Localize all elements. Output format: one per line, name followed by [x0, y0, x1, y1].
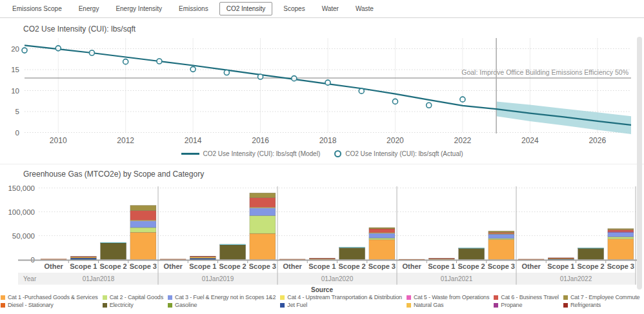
color-swatch-icon	[168, 295, 172, 300]
y-tick-label: 20	[11, 45, 19, 53]
bar-segment[interactable]	[369, 240, 395, 260]
bar-segment[interactable]	[309, 259, 335, 259]
legend-item: CO2 Use Intensity (CUI): lbs/sqft (Model…	[181, 150, 321, 157]
actual-point[interactable]	[22, 48, 27, 53]
tab-emissions[interactable]: Emissions	[170, 2, 217, 15]
vertical-scrollbar[interactable]	[637, 37, 642, 289]
bar-segment[interactable]	[130, 228, 156, 232]
category-label: Scope 2	[100, 262, 127, 270]
bar-segment[interactable]	[488, 231, 514, 232]
source-legend-label: Cat 6 - Business Travel	[501, 294, 559, 300]
group-year-label: 01Jan2018	[83, 275, 115, 282]
bar-segment[interactable]	[101, 243, 126, 260]
source-legend-item: Refrigerants	[563, 302, 639, 308]
category-label: Scope 2	[578, 262, 605, 270]
bar-segment[interactable]	[578, 248, 604, 260]
cui-line-chart[interactable]: 05101520Goal: Improve Office Building Em…	[0, 35, 644, 146]
bar-segment[interactable]	[369, 233, 395, 238]
source-legend-label: Jet Fuel	[287, 302, 307, 308]
tab-scopes[interactable]: Scopes	[275, 2, 313, 15]
category-label: Scope 2	[219, 262, 247, 270]
y-tick-label: 0	[15, 129, 19, 137]
category-label: Other	[283, 262, 302, 270]
actual-point[interactable]	[359, 88, 364, 93]
tab-waste[interactable]: Waste	[347, 2, 382, 15]
bar-segment[interactable]	[608, 230, 634, 231]
bar-segment[interactable]	[250, 208, 276, 216]
y-tick-label: 5	[15, 108, 19, 115]
tab-emissions-scope[interactable]: Emissions Scope	[4, 2, 70, 15]
bar-segment[interactable]	[608, 239, 634, 260]
tab-co2-intensity[interactable]: CO2 Intensity	[219, 2, 273, 15]
bar-segment[interactable]	[488, 234, 514, 239]
ghg-bar-chart[interactable]: 050,000100,000150,000YearOtherScope 1Sco…	[0, 181, 644, 288]
bar-segment[interactable]	[488, 239, 514, 259]
bar-segment[interactable]	[130, 206, 156, 211]
legend-item: CO2 Use Intensity (CUI): lbs/sqft (Actua…	[334, 150, 463, 157]
color-swatch-icon	[1, 303, 5, 308]
actual-point[interactable]	[392, 99, 397, 104]
cui-chart-title: CO2 Use Intensity (CUI): lbs/sqft	[23, 25, 136, 34]
bar-segment[interactable]	[250, 198, 276, 208]
bar-segment[interactable]	[130, 232, 156, 259]
bar-segment[interactable]	[608, 237, 634, 239]
bar-segment[interactable]	[459, 248, 485, 259]
bar-segment[interactable]	[41, 259, 66, 260]
actual-point[interactable]	[89, 50, 94, 55]
bar-segment[interactable]	[220, 244, 246, 245]
panel-divider	[0, 164, 644, 164]
actual-point[interactable]	[292, 76, 297, 81]
bar-segment[interactable]	[578, 248, 604, 248]
actual-point[interactable]	[258, 74, 263, 79]
actual-point[interactable]	[460, 97, 465, 102]
category-label: Scope 2	[458, 262, 485, 270]
legend-title: Source	[0, 286, 644, 293]
bar-segment[interactable]	[339, 247, 365, 248]
actual-point[interactable]	[190, 66, 196, 72]
bar-segment[interactable]	[250, 193, 276, 197]
x-tick-label: 2016	[252, 136, 269, 145]
bar-segment[interactable]	[250, 233, 276, 259]
actual-point[interactable]	[224, 70, 229, 75]
actual-point[interactable]	[325, 80, 330, 85]
bar-segment[interactable]	[130, 211, 156, 221]
category-label: Scope 3	[368, 262, 396, 270]
category-label: Other	[521, 262, 541, 270]
x-tick-label: 2026	[589, 136, 606, 145]
bar-segment[interactable]	[70, 257, 96, 257]
bar-segment[interactable]	[608, 232, 634, 237]
source-legend-item: Electricity	[103, 302, 163, 308]
forecast-band	[496, 101, 631, 134]
bar-segment[interactable]	[369, 238, 395, 240]
year-axis-label: Year	[23, 275, 37, 282]
bar-segment[interactable]	[369, 228, 395, 229]
goal-line-label: Goal: Improve Office Building Emissions …	[461, 68, 629, 76]
bar-segment[interactable]	[101, 242, 126, 243]
tab-energy[interactable]: Energy	[70, 2, 108, 15]
tab-energy-intensity[interactable]: Energy Intensity	[107, 2, 170, 15]
bar-segment[interactable]	[459, 248, 485, 248]
bar-segment[interactable]	[220, 245, 246, 260]
point-swatch-icon	[334, 150, 341, 157]
category-label: Scope 1	[70, 262, 97, 270]
actual-point[interactable]	[427, 103, 432, 108]
tab-water[interactable]: Water	[314, 2, 347, 15]
color-swatch-icon	[103, 295, 107, 300]
source-legend-label: Electricity	[110, 302, 134, 308]
actual-point[interactable]	[123, 59, 128, 64]
x-tick-label: 2012	[117, 136, 134, 145]
bar-segment[interactable]	[369, 229, 395, 233]
bar-segment[interactable]	[608, 229, 634, 230]
actual-point[interactable]	[55, 46, 61, 51]
bar-segment[interactable]	[548, 258, 574, 259]
bar-segment[interactable]	[130, 221, 156, 228]
source-legend-label: Propane	[501, 302, 522, 308]
bar-segment[interactable]	[70, 258, 96, 259]
bar-segment[interactable]	[428, 259, 454, 259]
source-legend-label: Natural Gas	[414, 302, 443, 308]
source-legend-label: Cat 3 - Fuel & Energy not in Scopes 1&2	[175, 294, 276, 300]
actual-point[interactable]	[157, 59, 162, 64]
bar-segment[interactable]	[339, 248, 365, 259]
bar-segment[interactable]	[250, 215, 276, 233]
bar-segment[interactable]	[190, 256, 216, 257]
